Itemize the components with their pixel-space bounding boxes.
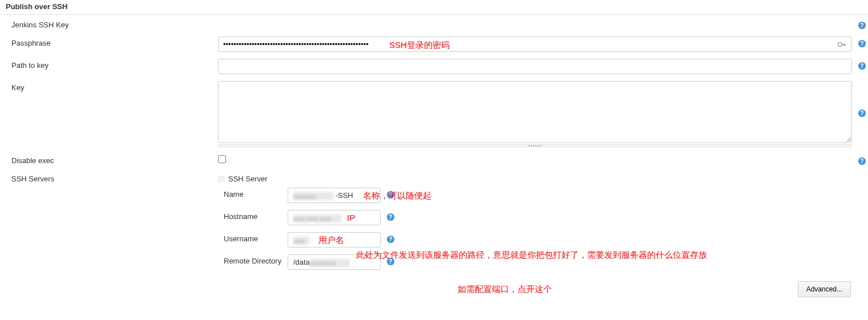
annotation-advanced: 如需配置端口，点开这个 bbox=[458, 284, 552, 295]
ssh-servers-label: SSH Servers bbox=[11, 172, 218, 183]
resize-handle[interactable] bbox=[218, 144, 852, 147]
jenkins-ssh-key-label: Jenkins SSH Key bbox=[11, 18, 218, 29]
svg-text:?: ? bbox=[389, 214, 392, 220]
help-icon[interactable]: ? bbox=[386, 257, 395, 266]
server-name-label: Name bbox=[224, 188, 288, 199]
help-icon[interactable]: ? bbox=[857, 108, 866, 118]
server-username-input[interactable] bbox=[288, 232, 381, 248]
svg-text:?: ? bbox=[389, 192, 392, 198]
help-icon[interactable]: ? bbox=[386, 234, 395, 244]
path-to-key-input[interactable] bbox=[218, 59, 852, 74]
server-username-label: Username bbox=[224, 232, 288, 243]
server-name-input[interactable] bbox=[288, 188, 381, 203]
passphrase-label: Passphrase bbox=[11, 37, 218, 47]
svg-text:?: ? bbox=[860, 22, 863, 29]
server-remote-dir-label: Remote Directory bbox=[224, 254, 288, 265]
ssh-server-header: SSH Server bbox=[228, 175, 268, 183]
help-icon[interactable]: ? bbox=[857, 156, 866, 165]
annotation-remote-dir: 此处为文件发送到该服务器的路径，意思就是你把包打好了，需要发到服务器的什么位置存… bbox=[356, 249, 710, 262]
svg-text:?: ? bbox=[860, 158, 863, 164]
server-hostname-input[interactable] bbox=[288, 210, 381, 225]
path-to-key-label: Path to key bbox=[11, 59, 218, 70]
svg-text:?: ? bbox=[389, 258, 392, 265]
help-icon[interactable]: ? bbox=[857, 21, 866, 30]
server-remote-dir-input[interactable] bbox=[288, 254, 381, 270]
help-icon[interactable]: ? bbox=[386, 212, 395, 221]
svg-text:?: ? bbox=[860, 40, 863, 47]
svg-text:?: ? bbox=[389, 236, 392, 242]
svg-point-2 bbox=[838, 43, 842, 47]
svg-text:?: ? bbox=[860, 110, 863, 116]
server-hostname-label: Hostname bbox=[224, 210, 288, 221]
disable-exec-label: Disable exec bbox=[11, 154, 218, 165]
passphrase-input[interactable] bbox=[218, 37, 852, 52]
drag-handle-icon[interactable] bbox=[218, 176, 225, 183]
help-icon[interactable]: ? bbox=[386, 190, 395, 199]
help-icon[interactable]: ? bbox=[857, 39, 866, 48]
help-icon[interactable]: ? bbox=[857, 61, 866, 70]
advanced-button[interactable]: Advanced... bbox=[798, 281, 851, 297]
key-icon bbox=[837, 40, 846, 51]
disable-exec-checkbox[interactable] bbox=[218, 155, 226, 163]
section-title: Publish over SSH bbox=[0, 0, 868, 15]
key-label: Key bbox=[11, 81, 218, 92]
svg-text:?: ? bbox=[860, 63, 863, 69]
key-textarea[interactable] bbox=[218, 81, 852, 143]
